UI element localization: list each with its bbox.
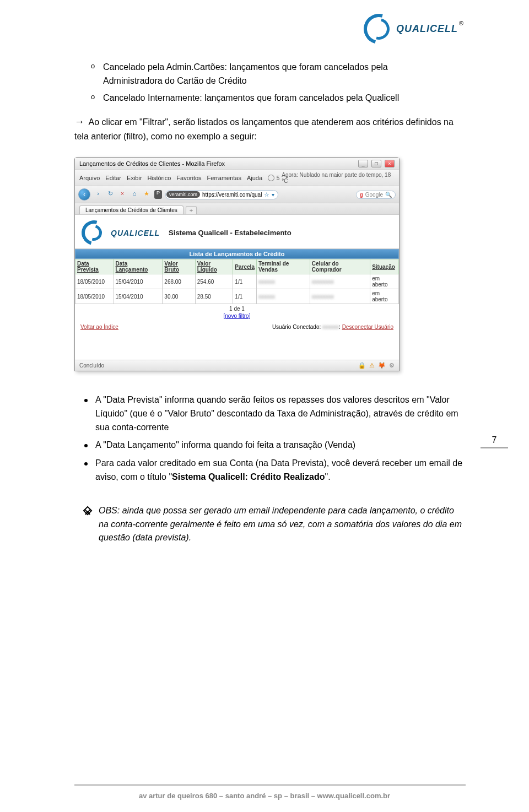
diamond-icon xyxy=(83,506,93,515)
pager-text: 1 de 1 xyxy=(229,306,245,312)
new-tab-button[interactable]: + xyxy=(186,206,197,214)
cell: em aberto xyxy=(370,274,399,289)
cell: 1/1 xyxy=(233,274,257,289)
paragraph-text: Ao clicar em "Filtrar", serão listados o… xyxy=(74,117,454,141)
obs-text: OBS: ainda que possa ser gerado um email… xyxy=(99,504,466,545)
pager: 1 de 1 [novo filtro] xyxy=(75,304,399,321)
weather-text: Agora: Nublado na maior parte do tempo, … xyxy=(282,172,395,184)
list-item: Para cada valor creditado em sua Conta (… xyxy=(74,457,466,484)
col-terminal: Terminal de Vendas xyxy=(256,259,310,274)
reload-button[interactable]: ↻ xyxy=(106,190,115,199)
col-valor-bruto[interactable]: Valor Bruto xyxy=(163,259,195,274)
tab-bar: Lançamentos de Créditos de Clientes + xyxy=(75,203,399,215)
list-item-text: Cancelado Internamente: lançamentos que … xyxy=(103,91,399,105)
col-parcela[interactable]: Parcela xyxy=(233,259,257,274)
maximize-button[interactable]: □ xyxy=(371,160,381,167)
circle-bullet-icon: o xyxy=(91,91,103,102)
cell: 28.50 xyxy=(195,289,233,304)
obs-note: OBS: ainda que possa ser gerado um email… xyxy=(74,504,466,545)
forward-button[interactable]: › xyxy=(94,190,102,199)
stop-button[interactable]: × xyxy=(118,190,127,199)
bookmark-button[interactable]: ★ xyxy=(142,190,151,199)
pocket-button[interactable]: P xyxy=(154,190,162,199)
cell: 18/05/2010 xyxy=(75,274,114,289)
swirl-icon xyxy=(364,14,394,44)
system-title: Sistema Qualicell - Estabelecimento xyxy=(169,229,292,237)
browser-tab[interactable]: Lançamentos de Créditos de Clientes xyxy=(79,205,183,214)
list-item-text: Para cada valor creditado em sua Conta (… xyxy=(95,457,466,484)
google-icon: g xyxy=(360,192,363,198)
credits-table: Data Prevista Data Lançamento Valor Brut… xyxy=(75,259,399,304)
status-icons: 🔒 ⚠ 🦊 ⚙ xyxy=(358,362,395,369)
menu-exibir[interactable]: Exibir xyxy=(127,175,142,181)
menu-ajuda[interactable]: Ajuda xyxy=(247,175,262,181)
list-item-text: A "Data Lançamento" informa quando foi f… xyxy=(95,439,355,452)
page-number: 7 xyxy=(481,435,508,448)
table-row: 18/05/2010 15/04/2010 30.00 28.50 1/1 xx… xyxy=(75,289,399,304)
col-celular: Celular do Comprador xyxy=(310,259,370,274)
table-title: Lista de Lançamentos de Crédito xyxy=(75,249,399,259)
registered-mark: ® xyxy=(459,20,463,26)
footer-text: av artur de queiros 680 – santo andré – … xyxy=(0,792,529,800)
brand-logo-header: QUALICELL ® xyxy=(364,12,468,45)
circle-bullet-icon: o xyxy=(91,61,103,72)
list-item-text: Administradora do Cartão de Crédito xyxy=(103,76,247,85)
filter-explanation: → Ao clicar em "Filtrar", serão listados… xyxy=(74,115,466,144)
weather-widget[interactable]: 5 Agora: Nublado na maior parte do tempo… xyxy=(268,172,395,184)
list-item: o Cancelado Internamente: lançamentos qu… xyxy=(91,91,466,105)
page-content: QUALICELL Sistema Qualicell - Estabeleci… xyxy=(75,215,399,360)
list-item-text: A "Data Prevista" informa quando serão f… xyxy=(95,393,466,434)
page-number-underline xyxy=(481,447,508,448)
back-to-index-link[interactable]: Voltar ao Índice xyxy=(80,324,118,330)
list-item: o Cancelado pela Admin.Cartões: lançamen… xyxy=(91,61,466,88)
col-data-lancamento[interactable]: Data Lançamento xyxy=(114,259,163,274)
cell: xxxxxxxx xyxy=(310,274,370,289)
col-situacao[interactable]: Situação xyxy=(370,259,399,274)
firefox-icon: 🦊 xyxy=(378,362,386,369)
browser-window: Lançamentos de Créditos de Clientes - Mo… xyxy=(74,157,400,371)
window-title: Lançamentos de Créditos de Clientes - Mo… xyxy=(79,160,225,167)
minimize-button[interactable]: _ xyxy=(358,160,368,167)
browser-statusbar: Concluído 🔒 ⚠ 🦊 ⚙ xyxy=(75,360,399,371)
home-button[interactable]: ⌂ xyxy=(130,190,139,199)
search-icon[interactable]: 🔍 xyxy=(385,192,392,198)
brand-name-small: QUALICELL xyxy=(111,229,160,237)
footer-links-row: Voltar ao Índice Usuário Conectado: xxxx… xyxy=(75,321,399,338)
status-list: o Cancelado pela Admin.Cartões: lançamen… xyxy=(91,61,466,105)
col-data-prevista[interactable]: Data Prevista xyxy=(75,259,114,274)
menu-favoritos[interactable]: Favoritos xyxy=(176,175,201,181)
disconnect-link[interactable]: Desconectar Usuário xyxy=(342,324,393,330)
brand-name: QUALICELL xyxy=(396,23,458,34)
new-filter-link[interactable]: [novo filtro] xyxy=(75,313,399,319)
cell: 18/05/2010 xyxy=(75,289,114,304)
cell: xxxxxx xyxy=(256,289,310,304)
list-item: A "Data Prevista" informa quando serão f… xyxy=(74,393,466,434)
dropdown-icon[interactable]: ▾ xyxy=(272,192,274,198)
weather-num: 5 xyxy=(277,175,280,181)
favorite-star-icon[interactable]: ☆ xyxy=(264,191,269,198)
cell: 15/04/2010 xyxy=(114,289,163,304)
menu-ferramentas[interactable]: Ferramentas xyxy=(207,175,241,181)
col-valor-liquido[interactable]: Valor Líquido xyxy=(195,259,233,274)
search-placeholder: Google xyxy=(365,192,383,198)
menu-editar[interactable]: Editar xyxy=(105,175,121,181)
address-bar[interactable]: veramiti.com https://veramiti.com/qual ☆… xyxy=(165,190,278,199)
bullet-icon xyxy=(84,462,88,465)
menu-arquivo[interactable]: Arquivo xyxy=(79,175,100,181)
close-button[interactable]: × xyxy=(385,160,395,167)
list-item: A "Data Lançamento" informa quando foi f… xyxy=(74,439,466,452)
cell: 254.60 xyxy=(195,274,233,289)
footer-divider xyxy=(74,784,466,786)
cell: 30.00 xyxy=(163,289,195,304)
cell: xxxxxxxx xyxy=(310,289,370,304)
cell: xxxxxx xyxy=(256,274,310,289)
menu-historico[interactable]: Histórico xyxy=(148,175,171,181)
list-item-text: Cancelado pela Admin.Cartões: lançamento… xyxy=(103,62,388,72)
nav-toolbar: ‹ › ↻ × ⌂ ★ P veramiti.com https://veram… xyxy=(75,186,399,203)
back-button[interactable]: ‹ xyxy=(78,188,90,201)
window-titlebar: Lançamentos de Créditos de Clientes - Mo… xyxy=(75,158,399,170)
explanation-list: A "Data Prevista" informa quando serão f… xyxy=(74,393,466,484)
search-bar[interactable]: g Google 🔍 xyxy=(356,191,396,199)
gear-icon[interactable]: ⚙ xyxy=(389,362,395,369)
connected-user: Usuário Conectado: xxxxxx: Desconectar U… xyxy=(272,324,393,330)
